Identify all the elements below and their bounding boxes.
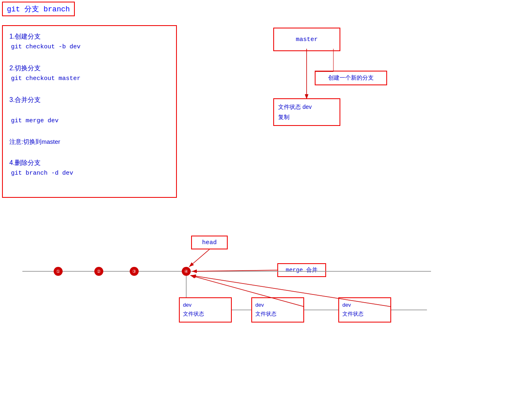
svg-text:①: ① [56, 269, 60, 274]
section-2-code: git checkout master [11, 74, 170, 84]
bottom-diagram: head merge 合并 dev 文件状态 dev 文件状态 dev 文件状态… [0, 236, 516, 349]
section-1-title: 1.创建分支 [9, 31, 170, 42]
svg-line-18 [191, 275, 391, 307]
svg-line-19 [190, 275, 304, 307]
section-3: 3.合并分支 git merge dev 注意:切换到master [9, 94, 170, 147]
section-2: 2.切换分支 git checkout master [9, 63, 170, 84]
svg-text:③: ③ [132, 269, 136, 274]
section-3-code: git merge dev [11, 116, 170, 126]
title-text: git 分支 branch [7, 5, 70, 13]
section-2-title: 2.切换分支 [9, 63, 170, 74]
page-title: git 分支 branch [2, 2, 75, 16]
top-diagram-svg [256, 25, 419, 131]
section-3-title: 3.合并分支 [9, 94, 170, 105]
svg-text:④: ④ [184, 269, 188, 274]
info-box: 1.创建分支 git checkout -b dev 2.切换分支 git ch… [2, 25, 177, 198]
section-1: 1.创建分支 git checkout -b dev [9, 31, 170, 52]
svg-text:②: ② [97, 269, 101, 274]
section-4-title: 4.删除分支 [9, 157, 170, 168]
section-4-code: git branch -d dev [11, 168, 170, 179]
bottom-diagram-svg: ① ② ③ ④ [0, 236, 516, 349]
section-4: 4.删除分支 git branch -d dev [9, 157, 170, 179]
section-1-code: git checkout -b dev [11, 42, 170, 52]
svg-line-20 [189, 249, 209, 267]
section-3-note: 注意:切换到master [9, 136, 170, 147]
